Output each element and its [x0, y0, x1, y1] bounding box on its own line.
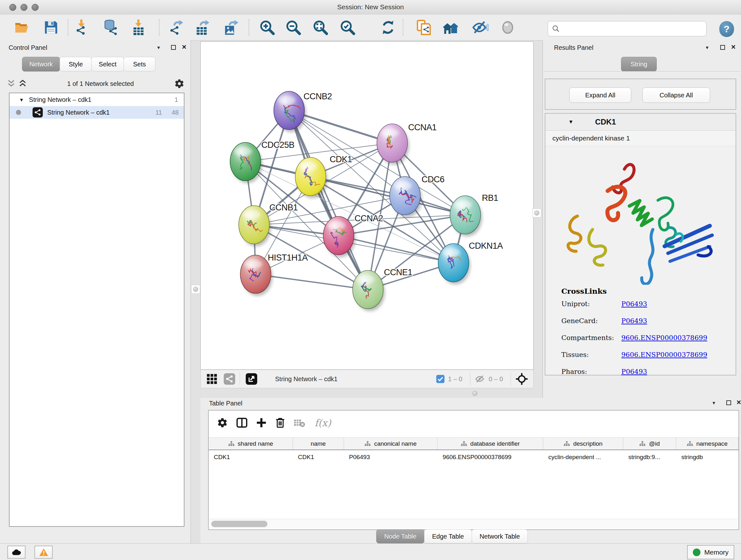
tab-style[interactable]: Style [60, 57, 91, 71]
export-image-button[interactable] [222, 18, 240, 37]
import-network-from-database-button[interactable] [101, 18, 119, 37]
network-canvas[interactable]: CCNB2CCNA1CDC25BCDK1CDC6RB1CCNB1CCNA2CDK… [200, 42, 534, 370]
column-header-shared-name[interactable]: shared name [209, 438, 293, 449]
table-row[interactable]: CDK1CDK1P064939606.ENSP00000378699cyclin… [209, 451, 738, 463]
column-header-canonical-name[interactable]: canonical name [344, 438, 437, 449]
zoom-in-button[interactable] [258, 18, 276, 37]
tab-network-table[interactable]: Network Table [472, 530, 528, 543]
zoom-fit-button[interactable] [312, 18, 329, 37]
column-header-name[interactable]: name [293, 438, 344, 449]
network-node-CDC25B[interactable] [230, 142, 262, 183]
cloud-status-button[interactable] [7, 546, 25, 559]
panel-menu-caret-icon[interactable]: ▼ [705, 45, 710, 50]
show-all-button[interactable] [499, 18, 517, 37]
expand-all-chevron-icon[interactable] [18, 79, 27, 88]
memory-button[interactable]: Memory [687, 545, 734, 559]
panel-float-button[interactable] [726, 400, 731, 407]
table-cell[interactable]: stringdb:9... [623, 451, 676, 463]
network-collection-row[interactable]: ▼ String Network – cdk1 1 [10, 93, 184, 106]
panel-menu-caret-icon[interactable]: ▼ [156, 45, 161, 50]
network-node-CCNE1[interactable] [353, 270, 385, 311]
column-header-description[interactable]: description [543, 438, 623, 449]
export-network-button[interactable] [167, 18, 185, 37]
import-network-from-file-button[interactable] [73, 18, 91, 37]
horizontal-splitter-handle[interactable] [472, 391, 477, 396]
crosslink-value-link[interactable]: 9606.ENSP00000378699 [621, 351, 707, 359]
table-cell[interactable]: CDK1 [209, 451, 293, 463]
help-button[interactable]: ? [719, 21, 734, 37]
toolbar-search[interactable] [548, 21, 706, 37]
import-table-from-file-button[interactable] [130, 18, 147, 37]
show-columns-button[interactable] [236, 417, 248, 428]
crosslink-value-link[interactable]: P06493 [621, 300, 647, 308]
first-neighbors-button[interactable] [442, 18, 460, 37]
function-builder-button[interactable]: f(x) [315, 417, 331, 428]
network-overview-icon[interactable] [224, 373, 235, 385]
expand-all-button[interactable]: Expand All [569, 87, 631, 103]
column-header-namespace[interactable]: namespace [676, 438, 738, 449]
crosslink-value-link[interactable]: P06493 [621, 317, 647, 325]
warnings-button[interactable] [35, 546, 53, 559]
table-cell[interactable]: CDK1 [293, 451, 344, 463]
column-header-database-identifier[interactable]: database identifier [437, 438, 543, 449]
table-cell[interactable]: cyclin-dependent ... [543, 451, 623, 463]
network-node-RB1[interactable] [450, 196, 482, 237]
panel-float-button[interactable] [171, 45, 176, 51]
right-splitter-handle[interactable] [532, 208, 541, 217]
delete-table-button[interactable] [293, 418, 305, 428]
tab-string[interactable]: String [621, 57, 657, 71]
birds-eye-grid-icon[interactable] [206, 374, 217, 384]
table-cell[interactable]: 9606.ENSP00000378699 [437, 451, 543, 463]
table-cell[interactable]: stringdb [676, 451, 738, 463]
table-horizontal-scrollbar[interactable] [209, 519, 738, 529]
create-column-button[interactable] [256, 417, 267, 428]
tab-edge-table[interactable]: Edge Table [424, 530, 472, 543]
collapse-all-chevron-icon[interactable] [7, 79, 15, 88]
clone-network-button[interactable] [415, 18, 433, 37]
network-node-CCNA2[interactable] [323, 216, 355, 257]
network-node-CCNA1[interactable] [377, 124, 409, 165]
scrollbar-thumb[interactable] [211, 521, 267, 527]
network-row[interactable]: String Network – cdk1 11 48 [10, 106, 184, 119]
delete-column-button[interactable] [275, 417, 285, 428]
network-node-CCNB1[interactable] [239, 206, 271, 246]
network-node-CDKN1A[interactable] [438, 244, 470, 285]
panel-close-button[interactable]: × [731, 44, 736, 49]
zoom-selected-button[interactable] [339, 18, 356, 37]
open-in-window-icon[interactable] [246, 373, 257, 385]
panel-close-button[interactable]: × [737, 400, 741, 405]
network-node-CCNB2[interactable] [274, 91, 306, 132]
collapse-caret-icon[interactable]: ▼ [568, 119, 574, 125]
panel-menu-caret-icon[interactable]: ▼ [712, 400, 716, 406]
network-graph[interactable]: CCNB2CCNA1CDC25BCDK1CDC6RB1CCNB1CCNA2CDK… [201, 42, 533, 369]
tree-expander-icon[interactable]: ▼ [19, 97, 24, 103]
tab-network[interactable]: Network [22, 57, 60, 71]
tab-node-table[interactable]: Node Table [376, 530, 424, 543]
save-session-button[interactable] [42, 18, 60, 37]
network-node-CDC6[interactable] [390, 177, 422, 217]
export-table-button[interactable] [193, 18, 211, 37]
crosslink-value-link[interactable]: 9606.ENSP00000378699 [621, 334, 707, 341]
network-options-gear-icon[interactable] [174, 78, 185, 89]
protein-header-row[interactable]: ▼ CDK1 [545, 114, 736, 131]
search-input[interactable] [562, 25, 706, 33]
collapse-all-button[interactable]: Collapse All [643, 87, 710, 103]
tab-sets[interactable]: Sets [124, 57, 155, 71]
open-file-button[interactable] [13, 18, 30, 37]
column-header--id[interactable]: @id [623, 438, 676, 449]
selected-checkbox-icon[interactable] [436, 374, 445, 383]
table-cell[interactable]: P06493 [344, 451, 437, 463]
panel-close-button[interactable]: × [182, 44, 186, 49]
crosslink-value-link[interactable]: P06493 [621, 368, 647, 375]
tab-select[interactable]: Select [91, 57, 124, 71]
zoom-out-button[interactable] [284, 18, 302, 37]
update-network-button[interactable] [379, 18, 397, 37]
panel-float-button[interactable] [720, 45, 725, 51]
hidden-eye-slash-icon[interactable] [475, 374, 486, 384]
hide-selected-button[interactable] [471, 18, 489, 37]
table-options-button[interactable] [217, 417, 228, 428]
import-network-icon [74, 19, 90, 36]
left-splitter-handle[interactable] [191, 285, 200, 294]
fit-selected-crosshair-icon[interactable] [515, 373, 528, 385]
network-node-CDK1[interactable] [295, 158, 327, 198]
